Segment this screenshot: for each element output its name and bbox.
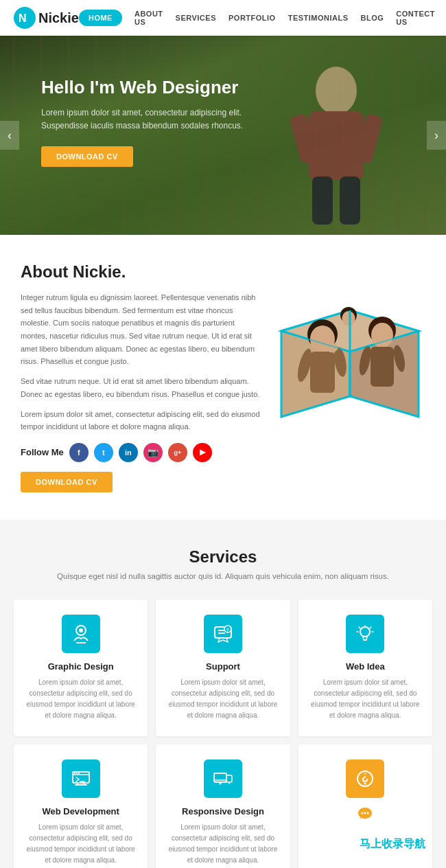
svg-point-41: [228, 783, 230, 784]
service-1-title: Graphic Design: [25, 661, 137, 672]
logo[interactable]: N Nickie: [14, 7, 79, 29]
svg-rect-7: [340, 176, 360, 225]
web-idea-icon: [346, 615, 384, 653]
nav-contact[interactable]: CONTECT US: [396, 10, 435, 26]
about-para3: Lorem ipsum dolor sit amet, consectetur …: [21, 408, 261, 433]
svg-rect-19: [371, 347, 394, 387]
service-2-title: Support: [167, 661, 279, 672]
nav-portfolio[interactable]: PORTFOLIO: [228, 14, 276, 22]
navbar: N Nickie HOME ABOUT US SERVICES PORTFOLI…: [0, 0, 446, 36]
svg-rect-13: [310, 352, 335, 393]
hero-description: Lorem ipsum dolor sit amet, consectetur …: [41, 106, 268, 133]
about-section: About Nickie. Integer rutrum ligula eu d…: [0, 235, 446, 520]
hero-person: [268, 49, 405, 235]
services-title: Services: [14, 547, 432, 567]
nav-home[interactable]: HOME: [79, 10, 122, 26]
svg-point-45: [364, 812, 366, 814]
svg-rect-6: [312, 176, 333, 225]
about-cta-button[interactable]: DOWNLOAD CV: [21, 472, 113, 492]
nav-testimonials[interactable]: TESTIMONIALS: [288, 14, 349, 22]
cube-3d: [274, 269, 419, 413]
svg-point-23: [342, 311, 355, 326]
about-text: About Nickie. Integer rutrum ligula eu d…: [21, 262, 261, 492]
services-subtitle: Quisque eget nisl id nulla sagittis auct…: [14, 572, 432, 580]
svg-point-46: [367, 812, 369, 814]
service-web-idea: Web Idea Lorem ipsum dolor sit amet, con…: [298, 599, 432, 736]
follow-row: Follow Me f t in 📷 g+ ▶: [21, 443, 261, 462]
about-title: About Nickie.: [21, 262, 261, 282]
social-linkedin[interactable]: in: [119, 443, 138, 462]
svg-point-32: [360, 627, 370, 637]
about-para2: Sed vitae rutrum neque. Ut id erat sit a…: [21, 375, 261, 400]
svg-point-35: [76, 773, 78, 774]
hero-content: Hello I'm Web Designer Lorem ipsum dolor…: [0, 36, 288, 181]
hero-cta-button[interactable]: DOWNLOAD CV: [41, 146, 133, 167]
service-support: ? Support Lorem ipsum dolor sit amet, co…: [156, 599, 290, 736]
about-visual: [274, 262, 425, 413]
responsive-icon: [204, 760, 242, 798]
svg-rect-3: [309, 111, 364, 180]
svg-text:?: ?: [226, 627, 228, 632]
social-instagram[interactable]: 📷: [143, 443, 163, 462]
hero-section: Hello I'm Web Designer Lorem ipsum dolor…: [0, 36, 446, 235]
svg-rect-38: [214, 773, 226, 782]
about-para1: Integer rutrum ligula eu dignissim laore…: [21, 291, 261, 368]
svg-point-34: [74, 773, 75, 774]
service-4-desc: Lorem ipsum dolor sit amet, consectetur …: [25, 822, 137, 866]
svg-point-43: [364, 782, 366, 784]
hero-next-button[interactable]: ›: [427, 121, 446, 150]
graphic-design-icon: [62, 615, 100, 653]
service-1-desc: Lorem ipsum dolor sit amet, consectetur …: [25, 677, 137, 721]
hero-title: Hello I'm Web Designer: [41, 77, 268, 98]
web-dev-icon: [62, 760, 100, 798]
service-5-title: Responsive Design: [167, 806, 279, 816]
svg-point-40: [219, 782, 221, 784]
service-5-desc: Lorem ipsum dolor sit amet, consectetur …: [167, 822, 279, 866]
nav-blog[interactable]: BLOG: [361, 14, 384, 22]
social-youtube[interactable]: ▶: [193, 443, 212, 462]
follow-label: Follow Me: [21, 447, 64, 457]
social-facebook[interactable]: f: [69, 443, 89, 462]
svg-rect-39: [226, 775, 232, 782]
support-icon: ?: [204, 615, 242, 653]
extra-service-icon: [346, 760, 384, 798]
service-4-title: Web Development: [25, 806, 137, 816]
extra-icon-small: [309, 806, 421, 823]
service-2-desc: Lorem ipsum dolor sit amet, consectetur …: [167, 677, 279, 721]
service-web-dev: Web Development Lorem ipsum dolor sit am…: [14, 744, 148, 868]
svg-point-28: [79, 628, 83, 632]
cube-svg: [274, 269, 425, 420]
svg-text:N: N: [19, 12, 27, 24]
logo-icon: N: [14, 7, 36, 29]
services-grid: Graphic Design Lorem ipsum dolor sit ame…: [14, 599, 432, 868]
nav-services[interactable]: SERVICES: [176, 14, 216, 22]
services-section: Services Quisque eget nisl id nulla sagi…: [0, 520, 446, 868]
social-google-plus[interactable]: g+: [168, 443, 187, 462]
service-graphic-design: Graphic Design Lorem ipsum dolor sit ame…: [14, 599, 148, 736]
social-twitter[interactable]: t: [94, 443, 113, 462]
service-3-title: Web Idea: [309, 661, 421, 672]
svg-point-36: [78, 773, 80, 774]
watermark: 马上收录导航: [353, 834, 432, 854]
svg-point-2: [316, 67, 357, 115]
service-3-desc: Lorem ipsum dolor sit amet, consectetur …: [309, 677, 421, 721]
service-responsive: Responsive Design Lorem ipsum dolor sit …: [156, 744, 290, 868]
nav-links: HOME ABOUT US SERVICES PORTFOLIO TESTIMO…: [79, 10, 435, 26]
svg-point-44: [362, 812, 364, 814]
nav-about[interactable]: ABOUT US: [134, 10, 163, 26]
